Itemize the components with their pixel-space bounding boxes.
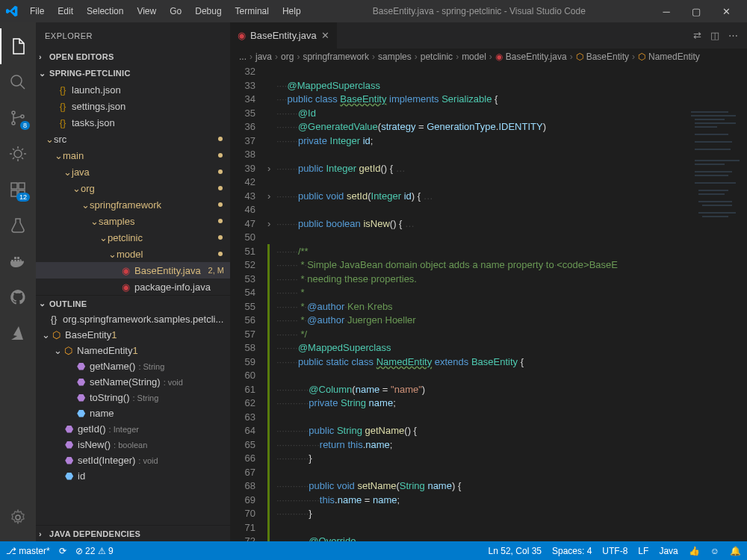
folder-main[interactable]: ⌄main xyxy=(36,147,230,164)
window-title: BaseEntity.java - spring-petclinic - Vis… xyxy=(307,6,651,16)
svg-rect-29 xyxy=(698,193,725,195)
menu-help[interactable]: Help xyxy=(276,3,307,19)
status-language[interactable]: Java xyxy=(659,546,678,556)
source-control-icon[interactable]: 8 xyxy=(0,100,36,136)
file-base-entity[interactable]: ◉BaseEntity.java2, M xyxy=(36,262,230,279)
status-eol[interactable]: LF xyxy=(638,546,648,556)
status-encoding[interactable]: UTF-8 xyxy=(602,546,627,556)
svg-rect-32 xyxy=(698,212,736,214)
azure-icon[interactable] xyxy=(0,315,36,351)
outline-tostring[interactable]: ⬣toString(): String xyxy=(36,390,230,405)
folder-java[interactable]: ⌄java xyxy=(36,164,230,180)
svg-rect-22 xyxy=(695,149,731,150)
menu-go[interactable]: Go xyxy=(164,3,187,19)
menu-terminal[interactable]: Terminal xyxy=(229,3,275,19)
status-branch[interactable]: ⎇ master* xyxy=(6,546,50,556)
status-thumbs-up-icon[interactable]: 👍 xyxy=(689,546,700,556)
minimap[interactable] xyxy=(687,108,747,257)
section-project[interactable]: ⌄SPRING-PETCLINIC xyxy=(36,65,230,81)
more-icon[interactable]: ⋯ xyxy=(728,30,738,41)
menu-edit[interactable]: Edit xyxy=(52,3,79,19)
outline-getid[interactable]: ⬣getId(): Integer xyxy=(36,421,230,437)
fold-gutter[interactable]: ››› xyxy=(267,65,276,541)
status-sync[interactable]: ⟳ xyxy=(59,546,66,556)
file-tasks-json[interactable]: {}tasks.json xyxy=(36,114,230,131)
explorer-icon[interactable] xyxy=(0,28,36,64)
file-settings-json[interactable]: {}settings.json xyxy=(36,98,230,114)
svg-point-14 xyxy=(16,515,20,520)
search-icon[interactable] xyxy=(0,64,36,100)
outline-getname[interactable]: ⬣getName(): String xyxy=(36,358,230,374)
section-java-deps[interactable]: ›JAVA DEPENDENCIES xyxy=(36,525,230,541)
svg-rect-31 xyxy=(702,205,732,206)
code-editor[interactable]: 3233343536373839424346475051525354555657… xyxy=(230,65,747,541)
outline-name[interactable]: ⬣name xyxy=(36,405,230,421)
menu-debug[interactable]: Debug xyxy=(189,3,227,19)
svg-rect-27 xyxy=(695,182,736,184)
status-problems[interactable]: ⊘ 22 ⚠ 9 xyxy=(75,546,114,556)
file-launch-json[interactable]: {}launch.json xyxy=(36,81,230,98)
java-file-icon: ◉ xyxy=(238,30,246,41)
extensions-icon[interactable]: 12 xyxy=(0,172,36,208)
folder-springframework[interactable]: ⌄springframework xyxy=(36,196,230,213)
svg-rect-12 xyxy=(14,257,16,259)
section-open-editors[interactable]: ›OPEN EDITORS xyxy=(36,49,230,65)
outline-isnew[interactable]: ⬣isNew(): boolean xyxy=(36,437,230,452)
svg-point-3 xyxy=(21,115,24,118)
docker-icon[interactable] xyxy=(0,243,36,279)
debug-icon[interactable] xyxy=(0,136,36,172)
titlebar: File Edit Selection View Go Debug Termin… xyxy=(0,0,747,22)
outline-base-entity[interactable]: ⌄⬡BaseEntity1 xyxy=(36,327,230,343)
outline-package[interactable]: {}org.springframework.samples.petcli... xyxy=(36,311,230,327)
folder-petclinic[interactable]: ⌄petclinic xyxy=(36,229,230,246)
menu-file[interactable]: File xyxy=(24,3,50,19)
svg-rect-13 xyxy=(17,257,19,259)
status-bell-icon[interactable]: 🔔 xyxy=(730,546,741,556)
folder-org[interactable]: ⌄org xyxy=(36,180,230,196)
github-icon[interactable] xyxy=(0,279,36,315)
close-button[interactable]: ✕ xyxy=(711,0,741,22)
folder-samples[interactable]: ⌄samples xyxy=(36,213,230,229)
test-icon[interactable] xyxy=(0,208,36,243)
folder-model[interactable]: ⌄model xyxy=(36,246,230,262)
outline-named-entity[interactable]: ⌄⬡NamedEntity1 xyxy=(36,343,230,358)
svg-rect-17 xyxy=(695,119,725,120)
line-numbers: 3233343536373839424346475051525354555657… xyxy=(230,65,267,541)
status-spaces[interactable]: Spaces: 4 xyxy=(552,546,592,556)
editor-area: ◉ BaseEntity.java ✕ ⇄ ◫ ⋯ ...› java› org… xyxy=(230,22,747,541)
vscode-logo-icon xyxy=(6,5,18,17)
menu-selection[interactable]: Selection xyxy=(81,3,129,19)
status-bar: ⎇ master* ⟳ ⊘ 22 ⚠ 9 Ln 52, Col 35 Space… xyxy=(0,541,747,560)
outline-tree: {}org.springframework.samples.petcli... … xyxy=(36,311,230,525)
breadcrumbs[interactable]: ...› java› org› springframework› samples… xyxy=(230,49,747,65)
svg-point-4 xyxy=(14,150,22,158)
section-outline[interactable]: ⌄OUTLINE xyxy=(36,295,230,311)
tab-label: BaseEntity.java xyxy=(250,30,317,41)
folder-src[interactable]: ⌄src xyxy=(36,131,230,147)
sidebar-title: EXPLORER xyxy=(36,22,230,49)
menubar: File Edit Selection View Go Debug Termin… xyxy=(24,3,307,19)
minimize-button[interactable]: ─ xyxy=(651,0,681,22)
scm-badge: 8 xyxy=(20,121,30,130)
svg-rect-24 xyxy=(695,164,725,165)
svg-rect-25 xyxy=(695,171,732,172)
outline-setname[interactable]: ⬣setName(String): void xyxy=(36,374,230,390)
code-content[interactable]: ····@MappedSuperclass····public class Ba… xyxy=(276,65,747,541)
svg-rect-16 xyxy=(691,115,736,116)
compare-icon[interactable]: ⇄ xyxy=(693,30,701,41)
svg-rect-30 xyxy=(698,201,732,202)
outline-setid[interactable]: ⬣setId(Integer): void xyxy=(36,452,230,468)
status-feedback-icon[interactable]: ☺ xyxy=(710,546,719,556)
file-package-info[interactable]: ◉package-info.java xyxy=(36,279,230,295)
menu-view[interactable]: View xyxy=(131,3,162,19)
status-position[interactable]: Ln 52, Col 35 xyxy=(489,546,542,556)
split-editor-icon[interactable]: ◫ xyxy=(710,30,719,41)
outline-id[interactable]: ⬣id xyxy=(36,468,230,484)
close-tab-icon[interactable]: ✕ xyxy=(321,30,329,41)
settings-gear-icon[interactable] xyxy=(0,500,36,535)
svg-rect-5 xyxy=(11,183,17,189)
maximize-button[interactable]: ▢ xyxy=(681,0,711,22)
svg-point-1 xyxy=(12,111,15,114)
svg-rect-15 xyxy=(691,111,728,113)
tab-base-entity[interactable]: ◉ BaseEntity.java ✕ xyxy=(230,22,338,49)
